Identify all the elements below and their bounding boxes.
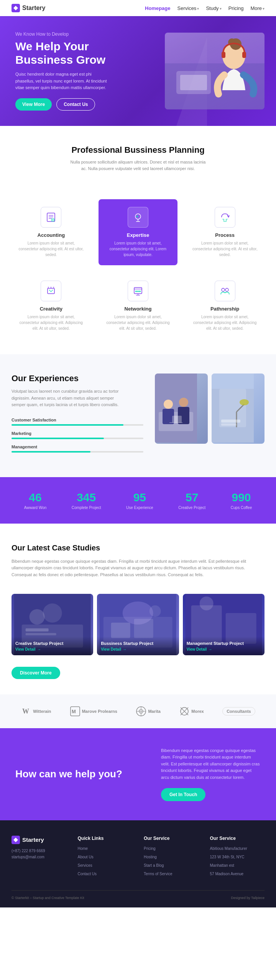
creativity-icon: [45, 285, 57, 297]
footer-service-hosting[interactable]: Hosting: [144, 853, 199, 859]
creativity-desc: Lorem ipsum dolor sit amet, consectetur …: [17, 314, 85, 331]
service-pathnership: Pathnership Lorem ipsum dolor sit amet, …: [185, 273, 264, 339]
cs-management-title: Management Startup Project: [187, 641, 261, 646]
accounting-title: Accounting: [17, 232, 85, 238]
svg-point-36: [164, 400, 173, 409]
discover-wrap: Discover More: [0, 663, 276, 694]
cs-management-overlay: Management Startup Project View Detail →: [183, 636, 264, 655]
service-process: Process Lorem ipsum dolor sit amet, cons…: [185, 199, 264, 265]
witterain-icon: W: [21, 706, 31, 717]
footer: Startery (+87) 222 879 6669 startups@mai…: [0, 820, 276, 907]
svg-point-33: [225, 288, 228, 291]
svg-rect-9: [47, 213, 55, 221]
footer-bottom: © Starterkit – Startup and Creative Temp…: [12, 890, 264, 900]
svg-text:M: M: [72, 709, 76, 714]
partner-marita: Marita: [136, 706, 160, 717]
footer-logo-icon: [12, 836, 20, 844]
footer-link-contact[interactable]: Contact Us: [78, 870, 133, 876]
creativity-title: Creativity: [17, 306, 85, 312]
progress-marketing-bar: [12, 438, 143, 439]
footer-logo-text: Startery: [22, 836, 44, 843]
partner-consultants: Consultants: [222, 707, 255, 716]
footer-addr-2: 123 W 34th St, NYC: [210, 853, 265, 859]
logo-icon: [12, 4, 20, 12]
nav-pricing[interactable]: Pricing: [228, 5, 244, 11]
stat-creative-number: 57: [178, 491, 205, 504]
nav-more[interactable]: More▾: [250, 5, 264, 11]
progress-management: Management: [12, 445, 143, 453]
svg-rect-48: [221, 423, 237, 426]
stat-complete-label: Complete Project: [72, 506, 101, 510]
experiences-section: Our Experiences Volutpat lacus laoreet n…: [0, 354, 276, 477]
footer-service-terms[interactable]: Terms of Service: [144, 870, 199, 876]
footer-service-blog[interactable]: Start a Blog: [144, 862, 199, 868]
footer-quick-links: Quick Links Home About Us Services Conta…: [78, 836, 133, 879]
footer-service-title: Our Service: [144, 836, 199, 841]
cs-business-link[interactable]: View Detail →: [101, 647, 175, 651]
nav-homepage[interactable]: Homepage: [145, 5, 170, 11]
professional-title: Professional Bussiness Planning: [15, 145, 261, 155]
svg-point-46: [240, 399, 249, 405]
svg-text:W: W: [22, 707, 29, 715]
logo[interactable]: Startery: [12, 4, 45, 12]
discover-button[interactable]: Discover More: [12, 667, 60, 679]
experience-image-1: [155, 373, 208, 444]
footer-link-about[interactable]: About Us: [78, 853, 133, 859]
stat-awward-number: 46: [24, 491, 47, 504]
nav-links: Homepage Services▾ Study▾ Pricing More▾: [145, 5, 264, 11]
progress-marketing: Marketing: [12, 431, 143, 439]
view-more-button[interactable]: View More: [15, 98, 52, 111]
service-expertise: Expertise Lorem ipsum dolor sit amet, co…: [99, 199, 178, 265]
networking-desc: Lorem ipsum dolor sit amet, consectetur …: [104, 314, 172, 331]
arrow-right-icon-2: →: [123, 647, 127, 651]
exp-photo-2: [212, 373, 254, 443]
partner-witterain-name: Witterain: [33, 709, 51, 714]
process-title: Process: [191, 232, 259, 238]
footer-service-col: Our Service Pricing Hosting Start a Blog…: [144, 836, 199, 879]
svg-point-66: [199, 597, 213, 610]
svg-rect-47: [221, 420, 240, 423]
nav-study[interactable]: Study▾: [206, 5, 221, 11]
footer-brand: Startery (+87) 222 879 6669 startups@mai…: [12, 836, 66, 879]
svg-rect-59: [111, 623, 130, 638]
svg-point-29: [135, 291, 137, 292]
cs-creative-link[interactable]: View Detail →: [15, 647, 89, 651]
partner-morex: Morex: [179, 706, 204, 717]
hero-description: Quisc hendrerit dolor magna eget est phi…: [15, 71, 107, 91]
expertise-desc: Lorem ipsum dolor sit amet, consectetur …: [104, 240, 172, 258]
footer-copyright: © Starterkit – Startup and Creative Temp…: [12, 896, 84, 900]
footer-addr-3: Manhattan est: [210, 862, 265, 868]
case-study-business-content: Bussiness Startup Project View Detail →: [97, 594, 179, 655]
networking-icon: [132, 285, 144, 297]
case-study-creative: Creative Startup Project View Detail →: [12, 594, 93, 655]
arrow-right-icon: →: [37, 647, 41, 651]
progress-customer-fill: [12, 424, 123, 426]
footer-service-pricing[interactable]: Pricing: [144, 845, 199, 851]
cta-title: How can we help you?: [15, 768, 122, 780]
contact-us-button[interactable]: Contact Us: [56, 98, 95, 111]
cs-management-link[interactable]: View Detail →: [187, 647, 261, 651]
pathnership-icon: [219, 285, 231, 297]
footer-link-home[interactable]: Home: [78, 845, 133, 851]
footer-link-services[interactable]: Services: [78, 862, 133, 868]
get-in-touch-button[interactable]: Get In Touch: [161, 788, 205, 801]
experiences-title: Our Experiences: [12, 373, 143, 383]
hero-photo: [165, 33, 264, 109]
footer-tagline: (+87) 222 879 6669 startups@mail.com: [12, 848, 66, 860]
cta-left: How can we help you?: [15, 768, 122, 780]
partner-consultants-name: Consultants: [227, 709, 251, 714]
svg-rect-6: [242, 52, 246, 58]
progress-customer: Customer Satisfaction: [12, 418, 143, 426]
service-networking: Networking Lorem ipsum dolor sit amet, c…: [99, 273, 178, 339]
cs-creative-overlay: Creative Startup Project View Detail →: [12, 636, 93, 655]
nav-services[interactable]: Services▾: [177, 5, 199, 11]
progress-customer-label: Customer Satisfaction: [12, 418, 143, 422]
service-accounting: Accounting Lorem ipsum dolor sit amet, c…: [12, 199, 91, 265]
process-icon-wrap: [215, 207, 235, 228]
marita-icon: [136, 706, 146, 717]
services-grid: Accounting Lorem ipsum dolor sit amet, c…: [0, 199, 276, 354]
process-desc: Lorem ipsum dolor sit amet, consectetur …: [191, 240, 259, 258]
case-study-business: Bussiness Startup Project View Detail →: [97, 594, 179, 655]
cta-description: Bibendum neque egestas congue quisque eg…: [161, 747, 261, 781]
stat-awward: 46 Awward Won: [24, 491, 47, 510]
